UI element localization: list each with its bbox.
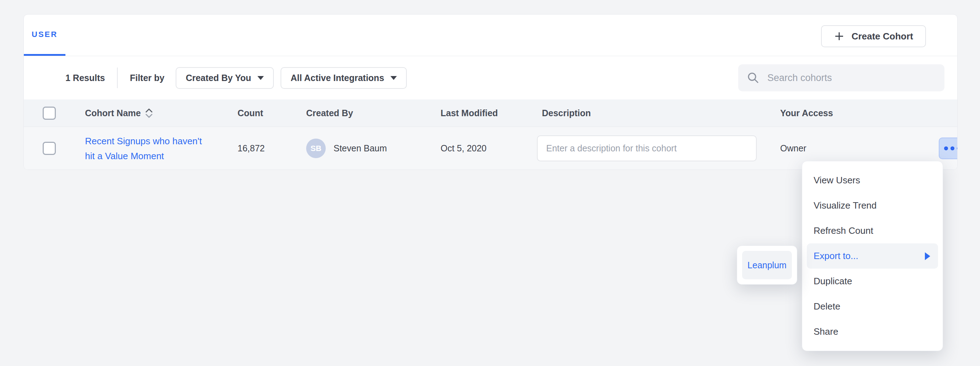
row-checkbox[interactable]: [43, 142, 56, 155]
menu-item-duplicate[interactable]: Duplicate: [802, 269, 943, 294]
cohorts-card: USER Create Cohort 1 Results Filter by C…: [24, 14, 958, 170]
column-header-created-by: Created By: [306, 108, 441, 118]
integrations-filter-label: All Active Integrations: [291, 73, 384, 83]
menu-item-view-users[interactable]: View Users: [802, 168, 943, 193]
cohort-name-header-label: Cohort Name: [85, 108, 141, 118]
created-by-filter-dropdown[interactable]: Created By You: [176, 67, 274, 89]
submenu-arrow-icon: [925, 252, 930, 260]
plus-icon: [834, 31, 845, 41]
column-header-count: Count: [237, 108, 306, 118]
more-options-icon: [944, 146, 948, 150]
avatar: SB: [306, 139, 326, 158]
toolbar-divider: [117, 68, 118, 88]
chevron-down-icon: [258, 76, 264, 80]
results-count: 1 Results: [65, 73, 105, 83]
select-all-cell: [24, 106, 85, 120]
integrations-filter-dropdown[interactable]: All Active Integrations: [280, 67, 407, 89]
create-cohort-label: Create Cohort: [852, 31, 913, 42]
column-header-last-modified: Last Modified: [441, 108, 542, 118]
search-input[interactable]: [767, 73, 936, 84]
tab-user[interactable]: USER: [24, 14, 65, 56]
search-cohorts-box[interactable]: [738, 64, 945, 91]
menu-item-delete[interactable]: Delete: [802, 294, 943, 319]
description-input[interactable]: [537, 135, 757, 161]
row-actions-cell: [891, 138, 958, 159]
chevron-down-icon: [390, 76, 397, 80]
created-by-name: Steven Baum: [334, 143, 387, 154]
select-all-checkbox[interactable]: [43, 106, 56, 120]
menu-item-export-to[interactable]: Export to...: [807, 243, 938, 269]
menu-item-refresh-count[interactable]: Refresh Count: [802, 218, 943, 243]
tab-user-label: USER: [32, 30, 57, 39]
column-header-description: Description: [542, 108, 780, 118]
row-select-cell: [24, 142, 85, 155]
filter-toolbar: 1 Results Filter by Created By You All A…: [24, 56, 957, 100]
create-cohort-button[interactable]: Create Cohort: [821, 25, 926, 47]
menu-item-share[interactable]: Share: [802, 319, 943, 344]
filter-by-label: Filter by: [130, 73, 164, 83]
access-value: Owner: [780, 143, 891, 154]
more-options-button[interactable]: [939, 138, 958, 159]
table-header-row: Cohort Name Count Created By Last Modifi…: [24, 100, 957, 127]
created-by-cell: SB Steven Baum: [306, 139, 441, 158]
column-header-your-access: Your Access: [780, 108, 891, 118]
export-submenu: Leanplum: [737, 246, 797, 285]
menu-item-visualize-trend[interactable]: Visualize Trend: [802, 193, 943, 218]
column-header-cohort-name[interactable]: Cohort Name: [85, 108, 237, 118]
sort-icon[interactable]: [145, 108, 153, 118]
last-modified-date: Oct 5, 2020: [441, 143, 542, 154]
cohort-count: 16,872: [237, 143, 306, 154]
tab-bar: USER: [24, 14, 957, 56]
more-options-icon: [957, 146, 958, 150]
row-context-menu: View Users Visualize Trend Refresh Count…: [802, 161, 943, 351]
cohort-name-link[interactable]: Recent Signups who haven't hit a Value M…: [85, 134, 213, 163]
more-options-icon: [950, 146, 955, 150]
submenu-item-leanplum[interactable]: Leanplum: [742, 251, 792, 279]
search-icon: [747, 71, 759, 84]
created-by-filter-label: Created By You: [186, 73, 251, 83]
export-to-label: Export to...: [814, 250, 858, 261]
